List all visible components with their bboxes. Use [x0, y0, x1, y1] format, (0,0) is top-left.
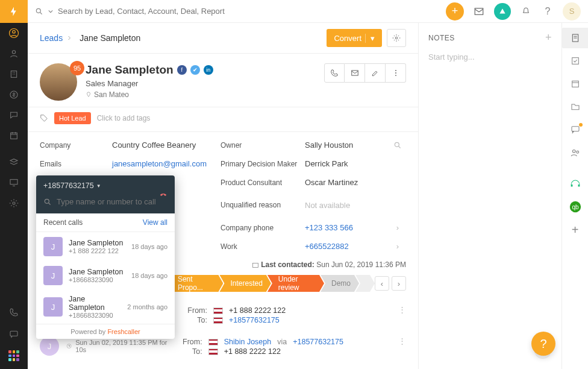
nav-settings[interactable]	[0, 193, 28, 213]
field-owner-value: Sally Houston	[305, 140, 389, 150]
expand-phone-2[interactable]: ›	[396, 242, 399, 251]
activity-from: +1 888 2222 122	[229, 306, 286, 315]
rail-files[interactable]	[562, 96, 589, 117]
add-button[interactable]: +	[446, 2, 464, 20]
bolt-icon	[8, 6, 19, 17]
calendar-icon	[571, 79, 580, 89]
gear-icon	[9, 198, 19, 208]
rail-tasks[interactable]	[562, 51, 589, 71]
convert-button[interactable]: Convert ▾	[327, 29, 382, 47]
rail-collaborators[interactable]	[562, 142, 589, 163]
caller-number[interactable]: +18577632175 ▼	[43, 181, 167, 190]
call-button[interactable]	[324, 63, 345, 83]
topbar-freshworks[interactable]	[494, 3, 511, 20]
facebook-icon[interactable]: f	[177, 65, 187, 75]
svg-point-1	[13, 31, 16, 34]
lead-name: Jane Sampleton	[86, 63, 174, 77]
linkedin-icon[interactable]: in	[204, 65, 213, 75]
caller-hangup[interactable]	[159, 190, 167, 198]
help-fab[interactable]: ?	[531, 332, 555, 356]
recent-call-item[interactable]: J Jane Sampleton+1 888 2222 122 18 days …	[36, 232, 175, 261]
activity-more[interactable]: ⋮	[398, 336, 406, 356]
add-tags-hint[interactable]: Click to add tags	[97, 114, 151, 122]
nav-tasks[interactable]	[0, 152, 28, 172]
rail-appointments[interactable]	[562, 74, 589, 94]
stack-icon	[9, 157, 19, 167]
rail-integration-1[interactable]	[562, 174, 589, 194]
users-icon	[570, 147, 581, 158]
caret-down-icon[interactable]	[48, 9, 53, 14]
calendar-icon	[9, 131, 19, 140]
mail-icon	[474, 6, 484, 17]
convert-caret[interactable]: ▾	[365, 34, 375, 43]
more-button[interactable]	[386, 63, 406, 83]
nav-lead[interactable]	[0, 43, 28, 64]
topbar-email[interactable]	[472, 6, 486, 17]
topbar-notifications[interactable]	[519, 7, 533, 16]
stage-interested[interactable]: Interested	[219, 275, 271, 292]
breadcrumb-root[interactable]: Leads	[40, 33, 63, 43]
caller-search-input[interactable]	[57, 197, 159, 206]
app-logo[interactable]	[0, 0, 28, 23]
svg-rect-10	[475, 8, 483, 14]
tag-hot-lead[interactable]: Hot Lead	[54, 112, 91, 124]
nav-accounts[interactable]	[0, 64, 28, 84]
rail-integration-2[interactable]: qb	[562, 197, 589, 217]
twitter-icon[interactable]: ✔	[190, 65, 200, 75]
chevron-right-icon	[63, 34, 76, 42]
nav-deals[interactable]	[0, 84, 28, 105]
nav-dashboard[interactable]	[0, 172, 28, 193]
activity-to[interactable]: +18577632175	[229, 316, 280, 324]
svg-point-19	[45, 199, 49, 203]
recent-call-item[interactable]: J Jane Sampleton+18668323090 2 months ag…	[36, 290, 175, 324]
page-settings-button[interactable]	[387, 29, 406, 47]
details-search[interactable]	[393, 141, 402, 150]
field-work-value[interactable]: +665522882	[305, 242, 389, 251]
call-avatar: J	[43, 266, 63, 285]
activity-caller[interactable]: Shibin Joseph	[224, 338, 272, 346]
field-emails-value[interactable]: janesampleton@gmail.com	[112, 159, 220, 168]
search-icon	[35, 7, 43, 16]
activity-avatar: J	[40, 336, 59, 356]
rail-conversations[interactable]	[562, 119, 589, 140]
caller-view-all[interactable]: View all	[143, 218, 167, 227]
user-avatar[interactable]: S	[563, 2, 581, 20]
pipeline-next[interactable]: ›	[392, 276, 406, 291]
lead-avatar: 95	[40, 63, 77, 101]
rail-add-app[interactable]: +	[562, 219, 589, 240]
nav-conversations[interactable]	[0, 105, 28, 125]
stage-under-review[interactable]: Under review	[267, 275, 324, 292]
left-nav-rail	[0, 0, 28, 369]
lead-header: 95 Jane Sampleton f ✔ in Sales Manager S…	[28, 54, 418, 107]
nav-apps[interactable]	[0, 345, 28, 367]
notes-input[interactable]: Start typing...	[428, 52, 552, 62]
topbar-help[interactable]: ?	[541, 6, 554, 17]
rail-notes[interactable]	[562, 28, 589, 48]
recent-call-item[interactable]: J Jane Sampleton+18668323090 18 days ago	[36, 261, 175, 290]
field-work-label: Work	[220, 242, 305, 251]
activity-to: +1 888 2222 122	[224, 347, 281, 356]
edit-button[interactable]	[365, 63, 386, 83]
nav-reports[interactable]	[0, 125, 28, 146]
svg-rect-6	[10, 180, 17, 184]
triangle-icon	[498, 7, 507, 16]
us-flag-icon	[208, 339, 218, 345]
nav-contacts[interactable]	[0, 23, 28, 43]
expand-phone-1[interactable]: ›	[396, 223, 399, 232]
nav-phone[interactable]	[0, 301, 28, 323]
lead-score: 95	[70, 61, 84, 75]
lead-location: San Mateo	[86, 90, 316, 99]
card-icon	[252, 262, 259, 269]
field-cp-value[interactable]: +123 333 566	[305, 223, 389, 232]
nav-messages[interactable]	[0, 323, 28, 345]
user-icon	[9, 49, 19, 58]
activity-more[interactable]: ⋮	[398, 305, 406, 324]
pipeline-prev[interactable]: ‹	[375, 276, 389, 291]
main-area: + ? S Leads Jane Sampleton Convert	[28, 0, 588, 369]
stage-sent-proposal[interactable]: Sent Propo...	[167, 275, 224, 292]
user-circle-icon	[8, 28, 19, 39]
notes-add[interactable]: +	[545, 31, 552, 44]
stage-demo[interactable]: Demo	[321, 275, 359, 292]
email-button[interactable]	[345, 63, 365, 83]
global-search-input[interactable]	[58, 7, 227, 16]
